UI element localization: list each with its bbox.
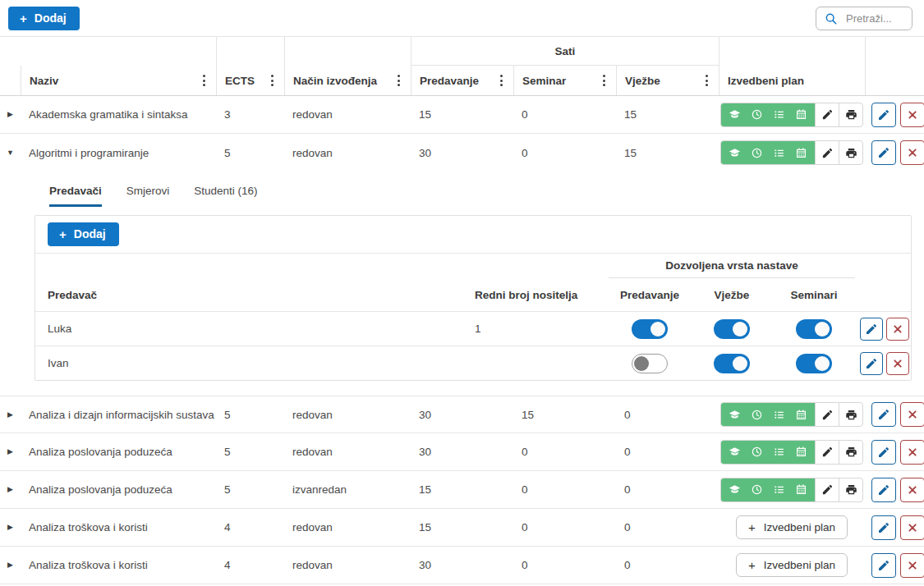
- list-button[interactable]: [768, 478, 790, 501]
- delete-row-button[interactable]: [900, 440, 924, 465]
- edit-row-button[interactable]: [871, 515, 896, 540]
- add-course-button[interactable]: + Dodaj: [8, 7, 80, 30]
- table-row: ▶ Analiza troškova i koristi 4 redovan 1…: [0, 509, 924, 547]
- print-plan-button[interactable]: [839, 441, 862, 464]
- print-plan-button[interactable]: [839, 403, 862, 426]
- search-input[interactable]: [844, 11, 907, 25]
- graduation-cap-button[interactable]: [724, 141, 746, 164]
- delete-predavac-button[interactable]: [886, 318, 909, 341]
- clock-button[interactable]: [746, 478, 768, 501]
- calendar-button[interactable]: [790, 441, 812, 464]
- edit-row-button[interactable]: [871, 478, 896, 502]
- edit-plan-button[interactable]: [815, 441, 839, 464]
- clock-button[interactable]: [746, 441, 768, 464]
- delete-row-button[interactable]: [900, 478, 924, 502]
- cell-ects: 3: [216, 108, 284, 121]
- edit-row-button[interactable]: [871, 103, 896, 127]
- column-header-nacin-label: Način izvođenja: [293, 75, 377, 87]
- add-predavac-button-label: Dodaj: [74, 227, 106, 240]
- toggle-predavanje[interactable]: [632, 354, 668, 373]
- kebab-menu-icon[interactable]: [498, 71, 505, 89]
- row-expander[interactable]: ▶: [0, 448, 21, 456]
- add-izvedbeni-plan-button[interactable]: + Izvedbeni plan: [736, 515, 848, 539]
- table-row: ▶ Analiza i dizajn informacijskih sustav…: [0, 396, 924, 433]
- graduation-cap-button[interactable]: [724, 441, 746, 464]
- edit-row-button[interactable]: [871, 402, 896, 427]
- calendar-button[interactable]: [790, 103, 812, 126]
- delete-row-button[interactable]: [900, 553, 924, 578]
- print-plan-button[interactable]: [839, 141, 862, 164]
- clock-button[interactable]: [746, 141, 768, 164]
- delete-row-button[interactable]: [900, 103, 924, 127]
- list-button[interactable]: [768, 403, 790, 426]
- toggle-seminari[interactable]: [796, 319, 832, 339]
- graduation-cap-button[interactable]: [724, 103, 746, 126]
- graduation-cap-icon: [729, 147, 741, 159]
- row-expander[interactable]: ▼: [0, 149, 21, 157]
- delete-row-button[interactable]: [900, 140, 924, 165]
- delete-x-icon: [906, 108, 919, 121]
- row-expander[interactable]: ▶: [0, 111, 21, 118]
- print-plan-button[interactable]: [839, 103, 862, 126]
- kebab-menu-icon[interactable]: [395, 71, 402, 89]
- tab-predavaci[interactable]: Predavači: [49, 185, 102, 207]
- toggle-seminari[interactable]: [796, 354, 832, 373]
- edit-plan-button[interactable]: [815, 103, 839, 126]
- triangle-right-icon: ▶: [7, 486, 13, 493]
- edit-pencil-icon: [877, 446, 890, 459]
- add-predavac-button[interactable]: + Dodaj: [48, 222, 119, 246]
- cell-naziv: Analiza poslovanja poduzeća: [21, 446, 216, 458]
- calendar-button[interactable]: [790, 403, 812, 426]
- calendar-button[interactable]: [790, 141, 812, 164]
- print-plan-button[interactable]: [839, 478, 862, 501]
- clock-button[interactable]: [746, 103, 768, 126]
- cell-predavanje: 15: [411, 483, 513, 496]
- edit-row-button[interactable]: [871, 140, 896, 165]
- tab-studenti[interactable]: Studenti (16): [194, 185, 257, 207]
- edit-row-button[interactable]: [871, 440, 896, 465]
- toggle-predavanje[interactable]: [632, 319, 668, 339]
- edit-pencil-icon: [877, 559, 890, 572]
- cell-predavac: Luka: [35, 323, 462, 335]
- list-button[interactable]: [768, 441, 790, 464]
- kebab-menu-icon[interactable]: [200, 71, 208, 89]
- edit-plan-button[interactable]: [815, 478, 839, 501]
- row-expander[interactable]: ▶: [0, 524, 21, 531]
- search-box[interactable]: [816, 7, 913, 30]
- edit-predavac-button[interactable]: [860, 318, 883, 341]
- delete-row-button[interactable]: [900, 515, 924, 540]
- pencil-icon: [821, 446, 834, 458]
- list-button[interactable]: [768, 141, 790, 164]
- delete-row-button[interactable]: [900, 402, 924, 427]
- kebab-menu-icon[interactable]: [269, 71, 276, 89]
- row-expander[interactable]: ▶: [0, 486, 21, 493]
- list-button[interactable]: [768, 103, 790, 126]
- calendar-button[interactable]: [790, 478, 812, 501]
- row-expander[interactable]: ▶: [0, 411, 21, 419]
- clock-button[interactable]: [746, 403, 768, 426]
- cell-actions: [855, 318, 911, 341]
- calendar-icon: [795, 147, 807, 159]
- pencil-icon: [821, 409, 834, 421]
- toggle-vjezbe[interactable]: [714, 319, 750, 339]
- kebab-menu-icon[interactable]: [600, 71, 608, 89]
- graduation-cap-button[interactable]: [724, 403, 746, 426]
- subtable-group-header-row: Dozvoljena vrsta nastave: [35, 254, 911, 278]
- edit-predavac-button[interactable]: [860, 352, 883, 375]
- add-izvedbeni-plan-button[interactable]: + Izvedbeni plan: [736, 553, 848, 577]
- cell-predavanje: 30: [411, 409, 513, 421]
- column-header-predavanje: Predavanje: [411, 66, 513, 95]
- delete-predavac-button[interactable]: [886, 352, 909, 375]
- tab-smjerovi[interactable]: Smjerovi: [126, 185, 170, 207]
- printer-icon: [845, 147, 857, 159]
- row-expander[interactable]: ▶: [0, 561, 21, 569]
- cell-predavanje: 15: [411, 521, 513, 533]
- toggle-vjezbe[interactable]: [714, 354, 750, 373]
- edit-plan-button[interactable]: [815, 141, 839, 164]
- edit-row-button[interactable]: [871, 553, 896, 578]
- add-izvedbeni-plan-label: Izvedbeni plan: [764, 521, 835, 533]
- edit-plan-button[interactable]: [815, 403, 839, 426]
- graduation-cap-button[interactable]: [724, 478, 746, 501]
- cell-seminar: 0: [513, 559, 616, 571]
- kebab-menu-icon[interactable]: [703, 71, 710, 89]
